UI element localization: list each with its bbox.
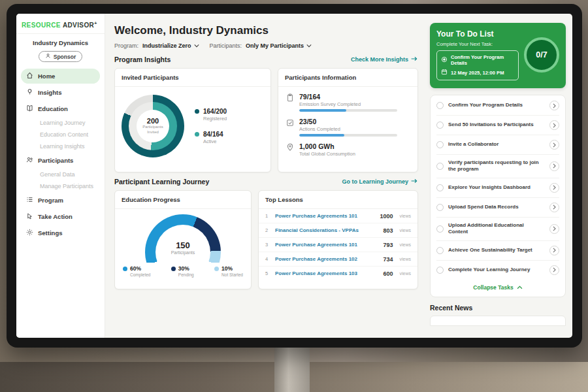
- task-chevron-button[interactable]: [549, 265, 559, 275]
- todo-task[interactable]: Achieve One Sustainability Target: [436, 241, 559, 261]
- desk-background: RESOURCEADVISOR+ Industry Dynamics Spons…: [0, 0, 588, 392]
- todo-task[interactable]: Invite a Collaborator: [436, 135, 559, 155]
- task-chevron-button[interactable]: [549, 161, 559, 171]
- stat-global-consumption: 1,000 GWh Total Global Consumption: [286, 142, 410, 159]
- task-chevron-button[interactable]: [549, 140, 559, 150]
- todo-task[interactable]: Verify participants requesting to join t…: [436, 155, 559, 178]
- task-checkbox[interactable]: [436, 141, 444, 148]
- task-chevron-button[interactable]: [549, 120, 559, 130]
- participants-filter-dropdown[interactable]: Only My Participants: [246, 42, 312, 49]
- card-title: Participants Information: [278, 69, 417, 87]
- todo-task[interactable]: Confirm Your Program Details: [436, 96, 559, 116]
- legend-item-active: 84/164 Active: [195, 131, 227, 144]
- gauge-center-value: 150: [176, 240, 190, 250]
- sidebar-item-learning-journey[interactable]: Learning Journey: [21, 117, 100, 129]
- book-icon: [26, 105, 33, 113]
- people-icon: [26, 156, 33, 165]
- active-dot: [195, 132, 199, 137]
- sidebar-item-manage-participants[interactable]: Manage Participants: [21, 180, 100, 192]
- sidebar-item-insights[interactable]: Insights: [21, 85, 100, 100]
- task-checkbox[interactable]: [436, 204, 444, 211]
- task-chevron-button[interactable]: [549, 101, 559, 110]
- lesson-link[interactable]: Power Purchase Agreements 101: [275, 213, 375, 219]
- invited-participants-card: Invited Participants 200 Participants In…: [114, 68, 271, 172]
- sidebar-item-education-content[interactable]: Education Content: [21, 129, 100, 140]
- todo-task[interactable]: Explore Your Insights Dashboard: [436, 178, 559, 198]
- sidebar-item-label: Education: [38, 105, 68, 112]
- legend-item-registered: 164/200 Registered: [195, 108, 227, 122]
- lesson-link[interactable]: Power Purchase Agreements 101: [275, 242, 378, 248]
- task-checkbox[interactable]: [436, 102, 444, 109]
- sidebar-nav: Home Insights Education Learning Journey…: [16, 68, 105, 241]
- task-checkbox[interactable]: [436, 122, 444, 129]
- page-title: Welcome, Industry Dynamics: [114, 24, 418, 37]
- gear-icon: [26, 229, 33, 237]
- next-task-box[interactable]: Confirm Your Program Details 12 May 2025…: [436, 50, 519, 80]
- invited-participants-donut-chart: 200 Participants Invited: [122, 95, 184, 157]
- recent-news-card: [430, 316, 566, 326]
- task-checkbox[interactable]: [436, 225, 444, 233]
- lesson-link[interactable]: Power Purchase Agreements 102: [275, 256, 378, 262]
- legend-item-not-started: 10% Not Started: [214, 265, 243, 277]
- sidebar-item-education[interactable]: Education: [21, 101, 100, 116]
- task-checkbox[interactable]: [436, 247, 444, 254]
- sidebar-item-home[interactable]: Home: [21, 69, 100, 84]
- sidebar-item-label: Home: [38, 73, 55, 80]
- task-checkbox[interactable]: [436, 184, 444, 191]
- pending-dot: [171, 267, 176, 271]
- chevron-up-icon: [517, 284, 523, 291]
- todo-task[interactable]: Send 50 Invitations to Participants: [436, 116, 559, 135]
- todo-title: Your To Do List: [436, 29, 519, 39]
- donut-legend: 164/200 Registered 84/164 Active: [195, 108, 227, 144]
- todo-task[interactable]: Complete Your Learning Journey: [436, 261, 559, 280]
- gauge-center-label: Participants: [171, 250, 195, 255]
- brand-advisor: ADVISOR: [63, 22, 94, 29]
- next-task-datetime: 12 May 2025, 12:00 PM: [451, 70, 504, 76]
- lesson-link[interactable]: Financial Considerations - VPPAs: [275, 227, 378, 233]
- program-filter-dropdown[interactable]: Industrialize Zero: [142, 42, 199, 49]
- todo-task[interactable]: Upload Additional Educational Content: [436, 218, 559, 241]
- actions-completed-progress-bar: [299, 134, 397, 137]
- target-icon: [441, 56, 448, 64]
- lesson-row[interactable]: 4 Power Purchase Agreements 102 734 view…: [259, 252, 417, 267]
- sidebar-item-learning-insights[interactable]: Learning Insights: [21, 140, 100, 152]
- task-chevron-button[interactable]: [549, 224, 559, 234]
- task-checkbox[interactable]: [436, 267, 444, 274]
- lesson-row[interactable]: 2 Financial Considerations - VPPAs 803 v…: [259, 223, 417, 238]
- next-task-label: Confirm Your Program Details: [451, 54, 514, 66]
- recent-news-heading: Recent News: [430, 304, 566, 312]
- task-checkbox[interactable]: [436, 163, 444, 170]
- check-more-insights-link[interactable]: Check More Insights: [351, 56, 418, 63]
- emission-survey-progress-bar: [299, 109, 397, 112]
- sidebar-item-settings[interactable]: Settings: [21, 225, 100, 240]
- task-chevron-button[interactable]: [549, 183, 559, 193]
- lesson-row[interactable]: 1 Power Purchase Agreements 101 1000 vie…: [259, 209, 417, 223]
- org-name: Industry Dynamics: [16, 39, 105, 46]
- lesson-link[interactable]: Power Purchase Agreements 103: [275, 270, 378, 276]
- lesson-row[interactable]: 3 Power Purchase Agreements 101 793 view…: [259, 238, 417, 252]
- collapse-tasks-button[interactable]: Collapse Tasks: [436, 280, 559, 296]
- location-pin-icon: [286, 142, 294, 159]
- todo-subtitle: Complete Your Next Task:: [436, 41, 519, 47]
- registered-dot: [195, 109, 199, 114]
- brand-logo: RESOURCEADVISOR+: [16, 14, 105, 34]
- go-to-learning-journey-link[interactable]: Go to Learning Journey: [342, 178, 418, 185]
- calendar-icon: [441, 69, 448, 76]
- learning-journey-heading: Participant Learning Journey: [114, 178, 209, 186]
- learning-journey-section-header: Participant Learning Journey Go to Learn…: [114, 178, 418, 186]
- task-chevron-button[interactable]: [549, 246, 559, 255]
- todo-panel: Your To Do List Complete Your Next Task:…: [426, 14, 572, 338]
- card-title: Education Progress: [115, 191, 251, 209]
- sidebar-item-program[interactable]: Program: [21, 193, 100, 208]
- gauge-legend: 60% Completed 30% Pending: [115, 265, 251, 277]
- todo-task[interactable]: Upload Spend Data Records: [436, 198, 559, 218]
- program-insights-heading: Program Insights: [114, 56, 171, 63]
- monitor-stand: [274, 346, 310, 392]
- sponsor-badge[interactable]: Sponsor: [39, 51, 82, 62]
- lesson-row[interactable]: 5 Power Purchase Agreements 103 600 view…: [259, 267, 417, 280]
- sidebar-item-participants[interactable]: Participants: [21, 153, 100, 168]
- sidebar-item-general-data[interactable]: General Data: [21, 169, 100, 180]
- sidebar-item-take-action[interactable]: Take Action: [21, 209, 100, 224]
- task-chevron-button[interactable]: [549, 203, 559, 212]
- education-progress-gauge-chart: 150 Participants: [145, 214, 221, 263]
